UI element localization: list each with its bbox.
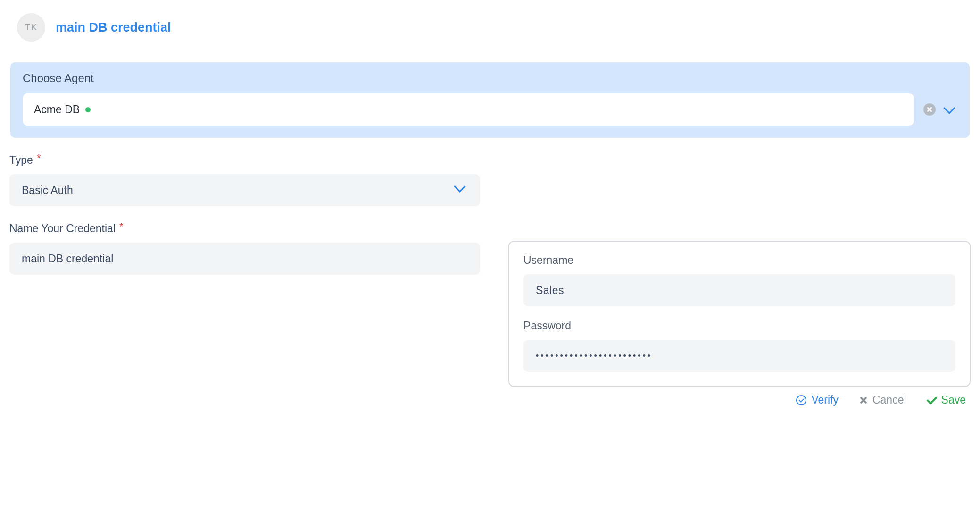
verify-label: Verify [811,394,839,406]
name-label: Name Your Credential [9,222,116,235]
password-input[interactable] [523,340,955,372]
cancel-button[interactable]: Cancel [859,394,906,406]
page-header: TK main DB credential [9,13,971,42]
agent-selected-value: Acme DB [34,103,80,116]
type-select[interactable]: Basic Auth [9,174,480,206]
status-dot-icon [85,107,91,112]
username-label: Username [523,254,955,267]
type-label: Type [9,154,33,167]
avatar: TK [17,13,45,42]
verify-icon [796,395,806,405]
required-star-icon: * [119,221,124,232]
password-label: Password [523,320,955,332]
type-field-block: Type * Basic Auth [9,154,480,206]
agent-select[interactable]: Acme DB [23,93,914,126]
footer-actions: Verify Cancel Save [508,387,971,406]
chevron-down-icon[interactable] [943,102,955,114]
credential-name-input[interactable] [9,243,480,275]
choose-agent-label: Choose Agent [23,72,957,85]
verify-button[interactable]: Verify [796,394,839,406]
type-selected-value: Basic Auth [22,184,73,197]
username-input[interactable] [523,274,955,306]
page-title: main DB credential [56,20,171,35]
credentials-panel: Username Password [508,241,971,387]
close-icon [859,396,868,404]
required-star-icon: * [37,153,41,163]
choose-agent-panel: Choose Agent Acme DB [10,62,970,138]
avatar-initials: TK [25,22,37,33]
cancel-label: Cancel [872,394,906,406]
name-field-block: Name Your Credential * [9,222,480,275]
check-icon [926,394,937,404]
clear-icon[interactable] [923,103,936,116]
save-button[interactable]: Save [927,394,966,406]
save-label: Save [941,394,966,406]
